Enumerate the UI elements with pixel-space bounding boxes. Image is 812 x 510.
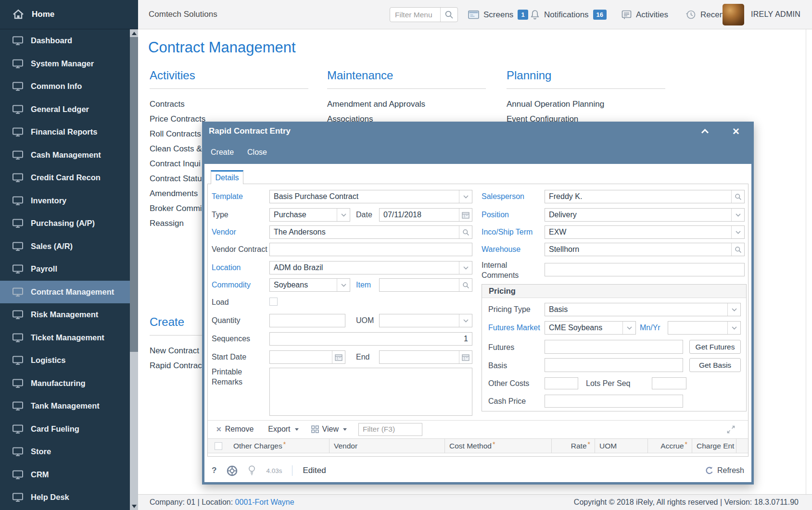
scroll-down-icon[interactable] xyxy=(130,502,138,510)
content-scrollbar[interactable] xyxy=(806,29,806,494)
filter-menu-input[interactable] xyxy=(390,11,440,19)
sidebar-item[interactable]: Financial Reports xyxy=(0,121,138,144)
tab-details[interactable]: Details xyxy=(211,170,243,184)
column-header[interactable]: Rate* xyxy=(552,439,595,453)
other-costs-field[interactable] xyxy=(545,377,578,389)
commodity-dropdown[interactable]: Soybeans xyxy=(269,278,350,292)
export-button[interactable]: Export xyxy=(268,425,298,434)
sidebar-item[interactable]: General Ledger xyxy=(0,98,138,121)
end-date-field[interactable] xyxy=(379,350,472,364)
vendor-label[interactable]: Vendor xyxy=(212,228,236,236)
type-dropdown[interactable]: Purchase xyxy=(269,208,350,222)
sidebar-item[interactable]: Purchasing (A/P) xyxy=(0,212,138,235)
mnyr-label[interactable]: Mn/Yr xyxy=(640,323,660,332)
modal-titlebar[interactable]: Rapid Contract Entry ✕ CreateClose xyxy=(204,124,751,164)
inco-ship-term-label[interactable]: Inco/Ship Term xyxy=(482,228,533,236)
close-icon[interactable]: ✕ xyxy=(732,126,740,137)
start-date-field[interactable] xyxy=(269,350,345,364)
sidebar-item[interactable]: Logistics xyxy=(0,349,138,372)
column-header[interactable]: Accrue* xyxy=(648,439,692,453)
lightbulb-icon[interactable] xyxy=(248,465,256,476)
refresh-button[interactable]: Refresh xyxy=(705,466,744,475)
vendor-contract-field[interactable] xyxy=(269,243,472,256)
help-icon[interactable]: ? xyxy=(212,466,216,475)
sidebar-scrollbar-thumb[interactable] xyxy=(130,37,138,352)
futures-market-label[interactable]: Futures Market xyxy=(488,323,540,332)
select-all-checkb[interactable] xyxy=(208,439,229,453)
position-label[interactable]: Position xyxy=(482,211,509,219)
column-header[interactable]: UOM xyxy=(595,439,648,453)
support-icon[interactable] xyxy=(227,465,238,476)
recent-button[interactable]: Recent xyxy=(686,0,726,29)
screens-button[interactable]: Screens 1 xyxy=(468,0,528,29)
salesperson-field[interactable]: Freddy K. xyxy=(545,190,745,203)
sidebar-item[interactable]: Dashboard xyxy=(0,29,138,52)
location-link[interactable]: 0001-Fort Wayne xyxy=(235,498,294,506)
pricing-type-dropdown[interactable]: Basis xyxy=(545,303,741,316)
sidebar-item[interactable]: Manufacturing xyxy=(0,372,138,395)
sidebar-item[interactable]: Card Fueling xyxy=(0,418,138,441)
menu-link[interactable]: Amendment and Approvals xyxy=(327,97,486,112)
avatar[interactable] xyxy=(723,4,744,25)
search-icon[interactable] xyxy=(440,8,457,22)
salesperson-label[interactable]: Salesperson xyxy=(482,192,524,201)
template-dropdown[interactable]: Basis Purchase Contract xyxy=(269,190,472,203)
mnyr-dropdown[interactable] xyxy=(668,321,741,335)
menu-link[interactable]: Annual Operation Planning xyxy=(507,97,665,112)
warehouse-field[interactable]: Stellhorn xyxy=(545,243,745,256)
sidebar-item[interactable]: Inventory xyxy=(0,189,138,212)
notifications-button[interactable]: Notifications 16 xyxy=(530,0,607,29)
item-label[interactable]: Item xyxy=(356,281,371,289)
warehouse-label[interactable]: Warehouse xyxy=(482,245,520,254)
sidebar-item[interactable]: Risk Management xyxy=(0,303,138,326)
inco-ship-term-dropdown[interactable]: EXW xyxy=(545,225,745,239)
location-label[interactable]: Location xyxy=(212,263,241,272)
sidebar-item[interactable]: Tank Management xyxy=(0,395,138,418)
get-futures-button[interactable]: Get Futures xyxy=(689,340,741,354)
column-header[interactable]: Vendor xyxy=(330,439,445,453)
column-header[interactable]: Other Charges* xyxy=(229,439,330,453)
basis-field[interactable] xyxy=(545,358,683,372)
modal-menu-item[interactable]: Close xyxy=(247,148,267,157)
sidebar-item[interactable]: Sales (A/R) xyxy=(0,235,138,258)
menu-link[interactable]: Contracts xyxy=(150,97,308,112)
sidebar-item[interactable]: Store xyxy=(0,440,138,463)
sidebar-item[interactable]: Payroll xyxy=(0,258,138,281)
cash-price-field[interactable] xyxy=(545,395,683,408)
futures-field[interactable] xyxy=(545,340,683,354)
sidebar-item[interactable]: Contract Management xyxy=(0,281,138,304)
vendor-field[interactable]: The Andersons xyxy=(269,225,472,239)
get-basis-button[interactable]: Get Basis xyxy=(689,358,741,372)
item-field[interactable] xyxy=(379,278,472,292)
remove-button[interactable]: ✕ Remove xyxy=(216,425,254,434)
collapse-icon[interactable] xyxy=(701,129,709,134)
grid-filter-input[interactable] xyxy=(358,423,422,436)
user-name[interactable]: IRELY ADMIN xyxy=(751,0,800,29)
sidebar-item[interactable]: Cash Management xyxy=(0,144,138,167)
sidebar-item[interactable]: Common Info xyxy=(0,75,138,98)
column-header[interactable]: Cost Method* xyxy=(445,439,552,453)
scroll-up-icon[interactable] xyxy=(130,29,138,37)
view-button[interactable]: View xyxy=(311,425,347,434)
expand-icon[interactable] xyxy=(726,425,736,434)
sidebar-scrollbar[interactable] xyxy=(130,29,138,510)
column-header[interactable]: Charge Ent xyxy=(692,439,736,453)
uom-dropdown[interactable] xyxy=(379,314,472,327)
quantity-field[interactable] xyxy=(269,314,345,327)
template-label[interactable]: Template xyxy=(212,192,243,201)
sequences-field[interactable]: 1 xyxy=(269,332,472,346)
futures-market-dropdown[interactable]: CME Soybeans xyxy=(545,321,636,335)
activities-button[interactable]: Activities xyxy=(622,0,668,29)
sidebar-item[interactable]: Help Desk xyxy=(0,486,138,509)
internal-comments-field[interactable] xyxy=(545,263,745,276)
printable-remarks-textarea[interactable] xyxy=(269,368,472,416)
date-field[interactable]: 07/11/2018 xyxy=(379,208,472,222)
sidebar-item[interactable]: Credit Card Recon xyxy=(0,166,138,189)
position-dropdown[interactable]: Delivery xyxy=(545,208,745,222)
location-dropdown[interactable]: ADM do Brazil xyxy=(269,261,472,274)
modal-menu-item[interactable]: Create xyxy=(211,148,234,157)
sidebar-item[interactable]: Ticket Management xyxy=(0,326,138,349)
sidebar-item-home[interactable]: Home xyxy=(0,0,138,29)
lots-per-seq-field[interactable] xyxy=(652,377,686,389)
sidebar-item[interactable]: CRM xyxy=(0,463,138,486)
